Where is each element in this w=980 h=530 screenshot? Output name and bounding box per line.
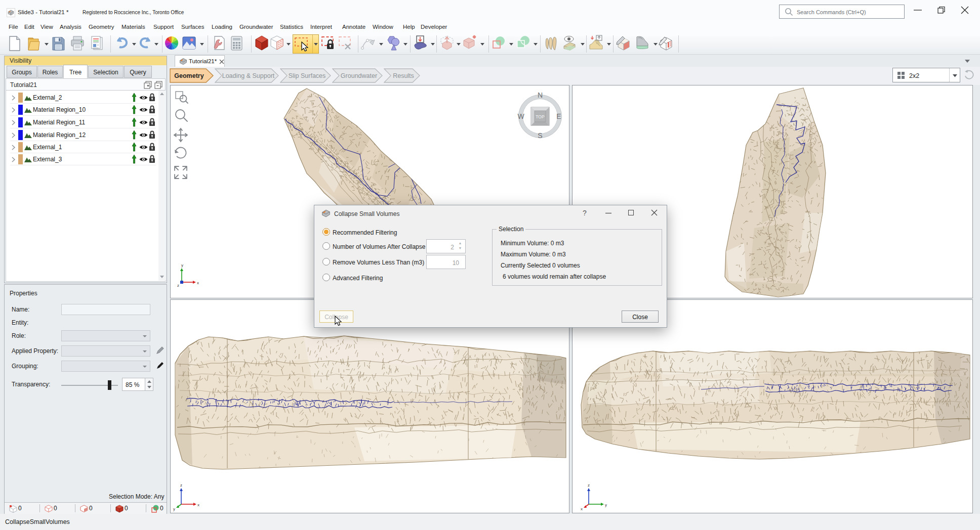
svg-text:x: x [197, 281, 199, 285]
svg-text:z: z [588, 483, 590, 488]
svg-text:z: z [177, 283, 179, 288]
svg-text:y: y [605, 503, 607, 507]
svg-text:x: x [197, 503, 199, 507]
svg-text:x: x [581, 507, 583, 511]
svg-text:N: N [538, 91, 543, 99]
svg-text:z: z [180, 483, 182, 488]
svg-text:W: W [517, 112, 524, 120]
svg-text:S: S [538, 131, 542, 140]
svg-text:y: y [181, 263, 183, 268]
svg-text:y: y [173, 507, 175, 511]
svg-text:E: E [556, 112, 561, 120]
svg-text:TOP: TOP [536, 114, 545, 119]
